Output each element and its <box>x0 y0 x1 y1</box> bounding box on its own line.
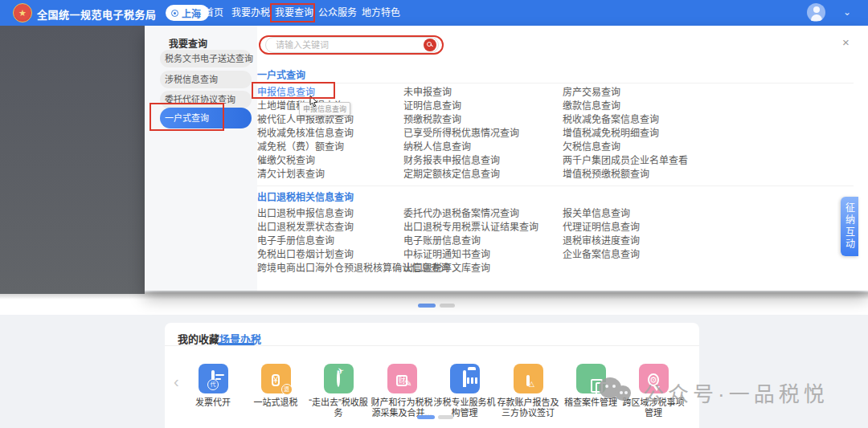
apps-page-dot[interactable] <box>438 415 453 419</box>
nav-home[interactable]: 首页 <box>204 0 223 26</box>
query-link[interactable]: 增值税预缴税额查询 <box>563 168 728 181</box>
search-button[interactable] <box>424 39 436 51</box>
group-title-export-refund: 出口退税相关信息查询 <box>257 190 354 203</box>
query-link[interactable]: 证明信息查询 <box>403 100 563 113</box>
wechat-icon <box>599 377 636 408</box>
search-input[interactable] <box>265 37 439 53</box>
query-link[interactable]: 出口退税申报信息查询 <box>257 207 403 221</box>
query-link[interactable]: 税收减免备案信息查询 <box>563 113 728 127</box>
national-emblem-logo: ★ <box>13 3 32 22</box>
nav-local-features[interactable]: 地方特色 <box>362 0 400 26</box>
query-link[interactable]: 定期定额核定信息查询 <box>403 168 563 181</box>
query-link[interactable]: 财务报表申报信息查询 <box>403 154 563 168</box>
property-behavior-tax-icon: 财 ✎ <box>396 372 407 386</box>
divider <box>257 185 854 186</box>
location-pin-icon <box>171 10 178 17</box>
query-link[interactable]: 已享受所得税优惠情况查询 <box>403 127 563 141</box>
query-link[interactable]: 电子账册信息查询 <box>403 234 563 248</box>
query-dropdown-panel: 我要查询 税务文书电子送达查询 涉税信息查询 委托代征协议查询 一户式查询 × … <box>145 26 868 291</box>
query-link[interactable]: 电子手册信息查询 <box>257 234 403 248</box>
sidebar-title: 我要查询 <box>169 36 207 50</box>
app-label: 存款账户报告及三方协议签订 <box>494 397 562 418</box>
going-global-tax-icon: ✈ <box>337 372 340 386</box>
site-title: 全国统一规范电子税务局 <box>37 6 157 22</box>
app-deposit-account[interactable]: △ 存款账户报告及三方协议签订 <box>492 364 564 418</box>
query-link[interactable]: 欠税信息查询 <box>563 141 728 154</box>
query-link-declaration-info[interactable]: 申报信息查询 <box>257 86 403 100</box>
nav-query[interactable]: 我要查询 <box>275 0 313 26</box>
query-link[interactable]: 纳税人信息查询 <box>403 141 563 154</box>
query-link[interactable]: 企业备案信息查询 <box>563 248 728 262</box>
one-stop-refund-icon: ¥ 退 <box>272 372 280 386</box>
invoice-agency-icon: 代 <box>211 372 215 386</box>
app-property-behavior-tax[interactable]: 财 ✎ 财产和行为税税源采集及合并... <box>366 364 438 418</box>
favorites-card: 我的收藏 场景办税 ‹ 代 发票代开 ¥ 退 一站式退税 ✈ “走出去”税收服务… <box>165 323 699 428</box>
app-one-stop-refund[interactable]: ¥ 退 一站式退税 <box>240 364 312 408</box>
nav-tax-handling[interactable]: 我要办税 <box>231 0 270 26</box>
query-link[interactable]: 出口退税发票状态查询 <box>257 221 403 234</box>
carousel-dot[interactable] <box>440 304 455 308</box>
export-refund-links: 出口退税申报信息查询 委托代办退税备案情况查询 报关单信息查询 出口退税发票状态… <box>257 207 728 275</box>
carousel-dot-active[interactable] <box>418 304 436 308</box>
app-tax-service-agency[interactable]: 涉税专业服务机构管理 <box>428 364 501 418</box>
divider <box>165 345 699 346</box>
query-link[interactable]: 中标证明通知书查询 <box>403 248 563 262</box>
panel-sidebar: 我要查询 税务文书电子送达查询 涉税信息查询 委托代征协议查询 一户式查询 <box>145 26 257 291</box>
query-link[interactable]: 催缴欠税查询 <box>257 154 403 168</box>
apps-page-dot-active[interactable] <box>417 415 435 419</box>
sidebar-item-document-delivery-query[interactable]: 税务文书电子送达查询 <box>160 50 252 67</box>
mouse-cursor <box>309 95 318 111</box>
query-link[interactable]: 房产交易查询 <box>563 86 728 100</box>
nav-public-service[interactable]: 公众服务 <box>318 0 357 26</box>
query-link[interactable]: 出口退税专用税票认证结果查询 <box>403 221 563 234</box>
hover-tooltip: 申报信息查询 <box>299 102 350 116</box>
query-link[interactable]: 清欠计划表查询 <box>257 168 403 181</box>
query-link[interactable]: 出口退税率文库查询 <box>403 262 563 275</box>
location-badge[interactable]: 上海 <box>166 5 209 21</box>
query-link[interactable]: 退税审核进度查询 <box>563 234 728 248</box>
search-icon <box>427 42 432 47</box>
app-label: 一站式退税 <box>242 397 309 408</box>
app-going-global-tax[interactable]: ✈ “走出去”税收服务 <box>302 364 375 418</box>
watermark-text: 公众号·一品税悦 <box>643 377 829 407</box>
top-header: ★ 全国统一规范电子税务局 上海 首页 我要办税 我要查询 公众服务 地方特色 … <box>0 0 868 26</box>
one-account-links: 申报信息查询 未申报查询 房产交易查询 土地增值税申报查询 证明信息查询 缴款信… <box>257 86 728 181</box>
query-link[interactable]: 代理证明信息查询 <box>563 221 728 234</box>
query-link[interactable]: 预缴税款查询 <box>403 113 563 127</box>
query-link[interactable]: 减免税（费）额查询 <box>257 141 403 154</box>
query-link[interactable]: 两千户集团成员企业名单查看 <box>563 154 728 168</box>
sidebar-item-one-account-query[interactable]: 一户式查询 <box>160 108 252 128</box>
sidebar-item-entrusted-collection-query[interactable]: 委托代征协议查询 <box>160 91 252 108</box>
app-label: 发票代开 <box>179 397 247 408</box>
close-icon[interactable]: × <box>842 35 850 49</box>
query-link[interactable]: 税收减免核准信息查询 <box>257 127 403 141</box>
query-link[interactable]: 未申报查询 <box>403 86 563 100</box>
sidebar-item-tax-info-query[interactable]: 涉税信息查询 <box>160 71 252 88</box>
query-link[interactable]: 缴款信息查询 <box>563 100 728 113</box>
deposit-account-icon: △ <box>526 372 530 386</box>
chevron-down-icon[interactable]: ⌄ <box>843 6 851 18</box>
query-link[interactable]: 委托代办退税备案情况查询 <box>403 207 563 221</box>
tax-service-agency-icon <box>463 372 466 386</box>
page: 我的收藏 场景办税 ‹ 代 发票代开 ¥ 退 一站式退税 ✈ “走出去”税收服务… <box>0 0 868 428</box>
app-label: “走出去”税收服务 <box>305 397 372 418</box>
overlay-scrim <box>0 26 145 294</box>
query-link[interactable]: 跨境电商出口海外仓预退税核算确认信息查询 <box>257 262 403 275</box>
query-link[interactable]: 增值税减免税明细查询 <box>563 127 728 141</box>
app-invoice-agency[interactable]: 代 发票代开 <box>177 364 249 408</box>
tab-my-favorites[interactable]: 我的收藏 <box>178 331 219 346</box>
query-link[interactable]: 免税出口卷烟计划查询 <box>257 248 403 262</box>
divider <box>257 83 854 84</box>
group-title-one-account: 一户式查询 <box>257 67 305 81</box>
interaction-side-tab[interactable]: 征纳互动 <box>841 197 858 256</box>
query-link[interactable]: 报关单信息查询 <box>563 207 728 221</box>
user-avatar[interactable] <box>807 3 825 22</box>
